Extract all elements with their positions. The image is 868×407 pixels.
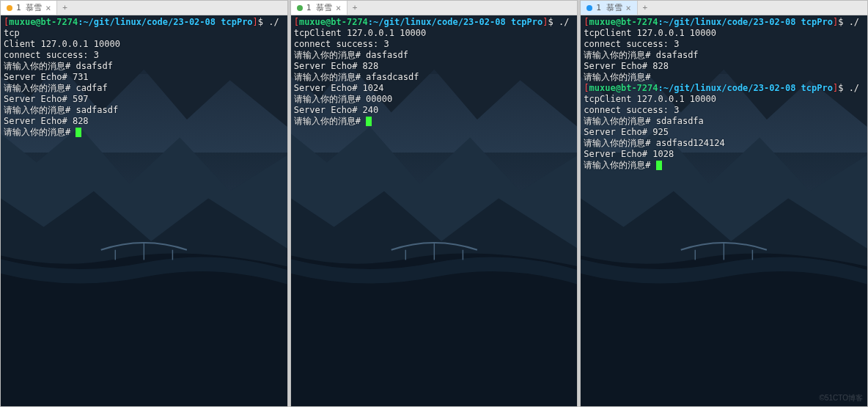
prompt-dir: tcpPro [221, 17, 252, 27]
prompt-user: muxue@bt-7274 [589, 17, 658, 27]
echo-line: Server Echo# 828 [584, 61, 669, 71]
prompt-dir: tcpPro [801, 83, 833, 93]
close-icon[interactable]: × [45, 4, 51, 12]
input-line: 请输入你的消息# dsafsdf [4, 61, 113, 71]
cursor-block [366, 117, 372, 126]
terminal-line: Server Echo# 240 [294, 105, 575, 116]
terminal-line: 请输入你的消息# sadfasdf [4, 105, 284, 116]
prompt-dollar: $ [258, 17, 268, 27]
output-line: connect success: 3 [4, 50, 99, 60]
terminal-line: 请输入你的消息# sdafasdfa [584, 116, 864, 127]
terminal-line: 请输入你的消息# afasdcasdf [294, 72, 575, 83]
terminal-line: [muxue@bt-7274:~/git/linux/code/23-02-08… [584, 83, 864, 105]
prompt-bracket-close: ] [542, 17, 548, 27]
input-line: 请输入你的消息# afasdcasdf [294, 72, 419, 82]
terminal-line: connect success: 3 [4, 50, 284, 61]
prompt-user: muxue@bt-7274 [9, 17, 78, 27]
echo-line: Server Echo# 925 [584, 127, 669, 137]
add-tab-button[interactable]: + [57, 3, 72, 12]
input-line: 请输入你的消息# sadfasdf [4, 105, 118, 115]
close-icon[interactable]: × [626, 4, 631, 12]
terminal-pane: 1 慕雪×+ [muxue@bt-7274:~/git/linux/code/2… [290, 0, 578, 407]
echo-line: Server Echo# 240 [294, 105, 379, 115]
prompt-dir: tcpPro [511, 17, 542, 27]
terminal-tab[interactable]: 1 慕雪× [291, 1, 347, 15]
status-dot-icon [586, 5, 592, 11]
terminal-line: 请输入你的消息# [584, 72, 864, 83]
terminal-line: 请输入你的消息# asdfasd124124 [584, 138, 864, 149]
prompt-path: ~/git/linux/code/23-02-08 [663, 17, 801, 27]
input-line: 请输入你的消息# sdafasdfa [584, 116, 703, 126]
add-tab-button[interactable]: + [347, 3, 362, 12]
terminal-pane: 1 慕雪×+ [muxue@bt-7274:~/git/linux/code/2… [0, 0, 288, 407]
terminal-line: Server Echo# 828 [4, 116, 284, 127]
input-line: 请输入你的消息# [584, 160, 655, 170]
terminal-line: Server Echo# 925 [584, 127, 864, 138]
terminal-line: 请输入你的消息# [584, 160, 864, 171]
add-tab-button[interactable]: + [638, 3, 652, 12]
terminal-line: [muxue@bt-7274:~/git/linux/code/23-02-08… [584, 17, 864, 39]
prompt-dir: tcpPro [801, 17, 833, 27]
terminal-line: Server Echo# 828 [584, 61, 864, 72]
prompt-path: ~/git/linux/code/23-02-08 [373, 17, 511, 27]
terminal-line: Server Echo# 597 [4, 94, 284, 105]
input-line: 请输入你的消息# cadfaf [4, 83, 108, 93]
terminal-tab[interactable]: 1 慕雪× [1, 1, 57, 15]
tab-title: 1 慕雪 [306, 2, 332, 13]
echo-line: Server Echo# 828 [4, 116, 89, 126]
input-line: 请输入你的消息# 00000 [294, 94, 393, 104]
prompt-colon: : [368, 17, 373, 27]
terminal-line: 请输入你的消息# [4, 127, 284, 138]
terminal-line: Server Echo# 1024 [294, 83, 575, 94]
terminal-line: connect success: 3 [584, 39, 864, 50]
prompt-user: muxue@bt-7274 [299, 17, 368, 27]
input-line: 请输入你的消息# [294, 116, 366, 126]
output-line: Client 127.0.0.1 10000 [4, 39, 120, 49]
tab-title: 1 慕雪 [16, 2, 42, 13]
input-line: 请输入你的消息# dasfasdf [294, 50, 408, 60]
output-line: connect success: 3 [294, 39, 389, 49]
terminal-body[interactable]: [muxue@bt-7274:~/git/linux/code/23-02-08… [1, 15, 287, 406]
terminal-pane: 1 慕雪×+ [muxue@bt-7274:~/git/linux/code/2… [580, 0, 868, 407]
close-icon[interactable]: × [336, 4, 341, 12]
terminal-body[interactable]: [muxue@bt-7274:~/git/linux/code/23-02-08… [291, 15, 578, 406]
terminal-line: 请输入你的消息# dsafsdf [4, 61, 284, 72]
prompt-bracket-open: [ [584, 17, 589, 27]
status-dot-icon [7, 5, 12, 11]
prompt-dollar: $ [838, 83, 848, 93]
command-text: ./ [559, 17, 569, 27]
prompt-path: ~/git/linux/code/23-02-08 [83, 17, 221, 27]
output-line: tcpClient 127.0.0.1 10000 [294, 28, 427, 38]
input-line: 请输入你的消息# [584, 72, 650, 82]
echo-line: Server Echo# 828 [294, 61, 379, 71]
input-line: 请输入你的消息# asdfasd124124 [584, 138, 724, 148]
terminal-text: [muxue@bt-7274:~/git/linux/code/23-02-08… [584, 17, 864, 171]
cursor-block [656, 161, 662, 170]
terminal-text: [muxue@bt-7274:~/git/linux/code/23-02-08… [294, 17, 575, 127]
terminal-body[interactable]: [muxue@bt-7274:~/git/linux/code/23-02-08… [581, 15, 867, 406]
terminal-line: Client 127.0.0.1 10000 [4, 39, 284, 50]
prompt-dollar: $ [838, 17, 848, 27]
tab-bar: 1 慕雪×+ [291, 1, 578, 15]
echo-line: Server Echo# 597 [4, 94, 89, 104]
terminal-line: connect success: 3 [584, 105, 864, 116]
terminal-line: 请输入你的消息# [294, 116, 575, 127]
terminal-text: [muxue@bt-7274:~/git/linux/code/23-02-08… [4, 17, 284, 138]
echo-line: Server Echo# 1024 [294, 83, 384, 93]
prompt-colon: : [658, 83, 663, 93]
prompt-bracket-close: ] [253, 17, 258, 27]
terminal-tab[interactable]: 1 慕雪× [581, 1, 637, 15]
terminal-line: Server Echo# 1028 [584, 149, 864, 160]
terminal-line: 请输入你的消息# 00000 [294, 94, 575, 105]
terminal-line: 请输入你的消息# dasfasdf [294, 50, 575, 61]
cursor-block [76, 128, 81, 137]
input-line: 请输入你的消息# [4, 127, 76, 137]
prompt-bracket-open: [ [584, 83, 589, 93]
prompt-path: ~/git/linux/code/23-02-08 [663, 83, 801, 93]
tab-title: 1 慕雪 [596, 2, 622, 13]
terminal-line: Server Echo# 731 [4, 72, 284, 83]
prompt-colon: : [658, 17, 663, 27]
tab-bar: 1 慕雪×+ [581, 1, 867, 15]
terminal-line: Server Echo# 828 [294, 61, 575, 72]
echo-line: Server Echo# 1028 [584, 149, 674, 159]
